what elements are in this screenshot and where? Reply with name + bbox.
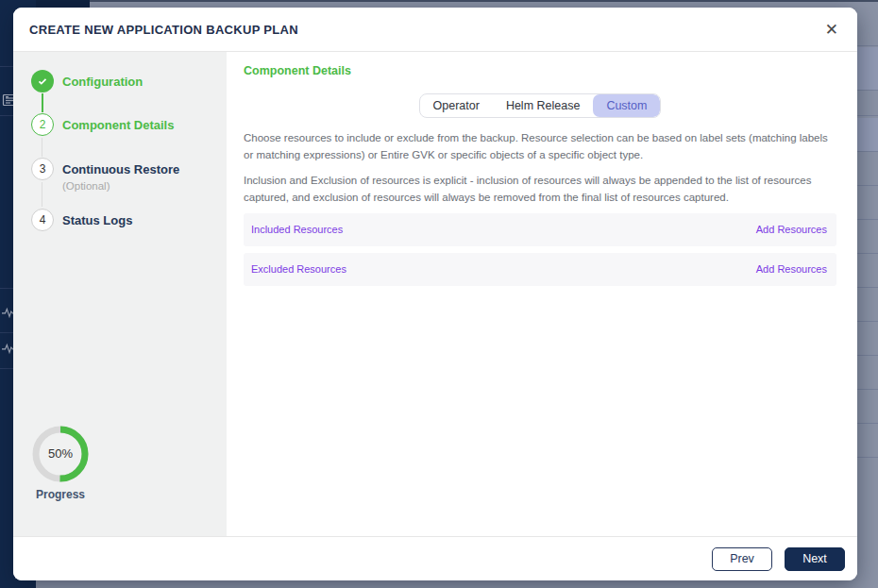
excluded-resources-panel: Excluded Resources Add Resources: [244, 253, 836, 286]
modal-title: CREATE NEW APPLICATION BACKUP PLAN: [29, 23, 298, 37]
panel-title: Excluded Resources: [251, 263, 346, 275]
create-backup-plan-modal: CREATE NEW APPLICATION BACKUP PLAN ✕ Con…: [13, 8, 857, 580]
description-paragraph-1: Choose resources to include or exclude f…: [244, 129, 836, 164]
add-resources-button[interactable]: Add Resources: [756, 224, 827, 235]
add-resources-button[interactable]: Add Resources: [756, 263, 827, 275]
step-complete-circle: [31, 70, 54, 92]
step-number-circle: 3: [31, 158, 54, 180]
step-label: Configuration: [62, 75, 143, 89]
description-paragraph-2: Inclusion and Exclusion of resources is …: [244, 172, 836, 207]
step-number-circle: 2: [31, 113, 54, 136]
tab-helm-release[interactable]: Helm Release: [493, 94, 594, 117]
background-top-edge: [0, 0, 878, 2]
progress-percent: 50%: [15, 446, 106, 461]
modal-footer: Prev Next: [13, 536, 857, 580]
step-label: Status Logs: [62, 213, 132, 227]
progress-label: Progress: [15, 488, 106, 501]
step-connector: [42, 93, 43, 112]
sidebar-step-configuration[interactable]: Configuration: [31, 70, 143, 92]
step-sublabel-optional: (Optional): [62, 180, 110, 192]
step-label: Continuous Restore: [62, 162, 179, 176]
section-heading: Component Details: [244, 64, 836, 77]
progress-indicator: 50% Progress: [15, 426, 106, 501]
panel-title: Included Resources: [251, 224, 343, 235]
step-connector: [42, 138, 42, 157]
prev-button[interactable]: Prev: [712, 547, 772, 571]
check-icon: [36, 75, 49, 88]
next-button[interactable]: Next: [785, 547, 845, 571]
modal-header: CREATE NEW APPLICATION BACKUP PLAN ✕: [13, 8, 857, 52]
sidebar-step-status-logs[interactable]: 4 Status Logs: [31, 209, 132, 231]
tab-operator[interactable]: Operator: [420, 94, 493, 117]
background-table-sliver: [857, 0, 878, 588]
included-resources-panel: Included Resources Add Resources: [244, 213, 836, 246]
tab-custom[interactable]: Custom: [593, 94, 660, 117]
wizard-steps-pane: Configuration 2 Component Details 3 Cont…: [13, 52, 227, 536]
sidebar-step-continuous-restore[interactable]: 3 Continuous Restore: [31, 158, 179, 180]
step-label: Component Details: [62, 118, 174, 132]
step-number-circle: 4: [31, 209, 54, 231]
close-icon[interactable]: ✕: [821, 20, 842, 40]
step-connector: [42, 182, 42, 207]
component-details-pane: Component Details Operator Helm Release …: [227, 52, 857, 536]
resource-type-tab-group: Operator Helm Release Custom: [419, 93, 662, 118]
sidebar-step-component-details[interactable]: 2 Component Details: [31, 113, 174, 136]
